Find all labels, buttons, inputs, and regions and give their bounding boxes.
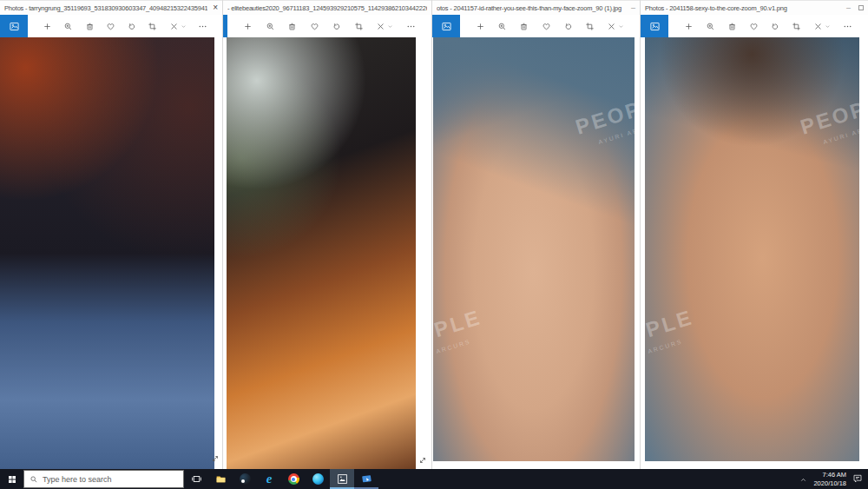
taskbar-item-screen-share[interactable] — [354, 469, 378, 489]
photos-toolbar — [223, 15, 431, 37]
photos-toolbar — [0, 15, 222, 37]
stock-watermark: PEOPLE AYURI ARCURS — [645, 307, 700, 371]
window-title: Photos - tarryngrung_35119693_5318309306… — [4, 4, 207, 12]
photo-viewer-canvas — [223, 37, 431, 469]
crop-button[interactable] — [585, 22, 595, 31]
window-title: - elitebeauties2020_96711183_12459392921… — [227, 4, 427, 12]
more-button[interactable] — [843, 22, 852, 31]
window-titlebar[interactable]: Photos - tarryngrung_35119693_5318309306… — [0, 0, 222, 15]
taskbar-item-internet-explorer[interactable]: e — [257, 469, 281, 489]
crop-button[interactable] — [148, 22, 157, 31]
delete-button[interactable] — [519, 22, 529, 31]
taskbar-item-chrome[interactable] — [281, 469, 306, 489]
see-all-photos-button[interactable] — [432, 15, 460, 37]
add-button[interactable] — [684, 22, 694, 31]
show-hidden-icons-button[interactable] — [799, 472, 807, 487]
crop-button[interactable] — [792, 22, 801, 31]
photo-viewer-canvas: PEOPLE AYURI ARCURS PEOPLE AYURI ARCURS — [432, 37, 640, 469]
see-all-photos-button[interactable] — [0, 15, 28, 37]
rotate-button[interactable] — [563, 22, 573, 31]
windows-logo-icon — [7, 474, 17, 485]
photo-content-placeholder[interactable]: PEOPLE AYURI ARCURS PEOPLE AYURI ARCURS — [433, 37, 635, 461]
window-titlebar[interactable]: Photos - 2041158-sexy-to-the-core-zoom_9… — [641, 0, 868, 15]
more-button[interactable] — [198, 22, 207, 31]
delete-button[interactable] — [727, 22, 737, 31]
taskbar-item-edge[interactable] — [306, 469, 330, 489]
screen-share-icon — [361, 473, 372, 485]
minimize-icon[interactable]: – — [631, 4, 635, 11]
internet-explorer-icon: e — [266, 473, 273, 485]
photo-icon — [441, 21, 452, 32]
steam-icon — [240, 473, 251, 485]
photo-viewer-canvas: PEOPLE AYURI ARCURS PEOPLE AYURI ARCURS — [641, 37, 868, 469]
system-tray: 7:46 AM 2020/10/18 — [799, 469, 868, 489]
folder-icon — [215, 473, 227, 485]
taskbar-item-steam[interactable] — [233, 469, 257, 489]
photos-window-4: Photos - 2041158-sexy-to-the-core-zoom_9… — [640, 0, 868, 469]
task-view-icon — [191, 473, 202, 485]
clock-time: 7:46 AM — [822, 471, 846, 479]
edge-icon — [312, 473, 324, 485]
edit-create-button[interactable] — [607, 22, 624, 31]
photo-content-placeholder[interactable]: PEOPLE AYURI ARCURS PEOPLE AYURI ARCURS — [645, 37, 859, 461]
favorite-button[interactable] — [749, 22, 759, 31]
photo-viewer-canvas — [0, 37, 222, 469]
favorite-button[interactable] — [542, 22, 551, 31]
taskbar-clock[interactable]: 7:46 AM 2020/10/18 — [813, 471, 846, 487]
edit-create-button[interactable] — [376, 22, 393, 31]
favorite-button[interactable] — [106, 22, 115, 31]
search-input[interactable]: Type here to search — [23, 470, 184, 488]
rotate-button[interactable] — [770, 22, 779, 31]
photos-window-3: otos - 2041157-id-rather-you-see-this-th… — [431, 0, 640, 469]
zoom-in-button[interactable] — [497, 22, 507, 31]
photos-toolbar — [641, 15, 868, 37]
zoom-in-button[interactable] — [706, 22, 715, 31]
favorite-button[interactable] — [310, 22, 319, 31]
more-button[interactable] — [406, 22, 416, 31]
expand-diagonal-icon[interactable] — [418, 453, 428, 464]
delete-button[interactable] — [85, 22, 95, 31]
photo-content-placeholder[interactable] — [227, 37, 416, 469]
window-title: otos - 2041157-id-rather-you-see-this-th… — [437, 4, 626, 12]
chevron-down-icon — [618, 23, 624, 30]
stock-watermark: PEOPLE AYURI ARCURS — [573, 89, 635, 153]
taskbar-item-photos[interactable] — [330, 469, 354, 489]
window-titlebar[interactable]: otos - 2041157-id-rather-you-see-this-th… — [432, 0, 640, 15]
zoom-in-button[interactable] — [63, 22, 73, 31]
chevron-down-icon — [181, 23, 187, 30]
photo-icon — [9, 21, 20, 32]
stock-watermark: PEOPLE AYURI ARCURS — [798, 89, 859, 153]
photos-toolbar — [432, 15, 640, 37]
photo-content-placeholder[interactable] — [0, 37, 214, 469]
edit-create-button[interactable] — [169, 22, 187, 31]
photos-window-2: - elitebeauties2020_96711183_12459392921… — [222, 0, 431, 469]
minimize-icon[interactable]: – — [846, 4, 851, 11]
add-button[interactable] — [43, 22, 52, 31]
close-icon[interactable]: × — [213, 3, 218, 12]
delete-button[interactable] — [287, 22, 297, 31]
rotate-button[interactable] — [332, 22, 341, 31]
action-center-icon — [852, 473, 863, 484]
zoom-in-button[interactable] — [266, 22, 275, 31]
task-view-button[interactable] — [184, 469, 208, 489]
maximize-icon[interactable] — [858, 5, 864, 10]
chevron-up-icon — [799, 476, 807, 484]
add-button[interactable] — [243, 22, 253, 31]
window-titlebar[interactable]: - elitebeauties2020_96711183_12459392921… — [223, 0, 431, 15]
photos-window-1: Photos - tarryngrung_35119693_5318309306… — [0, 0, 222, 469]
add-button[interactable] — [476, 22, 485, 31]
see-all-photos-button[interactable] — [641, 15, 668, 37]
chevron-down-icon — [387, 23, 393, 30]
action-center-button[interactable] — [852, 472, 863, 487]
desktop-screen: Photos - tarryngrung_35119693_5318309306… — [0, 0, 868, 489]
window-title: Photos - 2041158-sexy-to-the-core-zoom_9… — [645, 4, 841, 12]
crop-button[interactable] — [354, 22, 364, 31]
chevron-down-icon — [825, 23, 831, 30]
stock-watermark: PEOPLE AYURI ARCURS — [433, 307, 489, 371]
chrome-icon — [288, 473, 299, 485]
start-button[interactable] — [0, 469, 23, 489]
rotate-button[interactable] — [127, 22, 136, 31]
taskbar-item-file-explorer[interactable] — [208, 469, 233, 489]
expand-diagonal-icon[interactable] — [210, 452, 220, 462]
edit-create-button[interactable] — [813, 22, 831, 31]
